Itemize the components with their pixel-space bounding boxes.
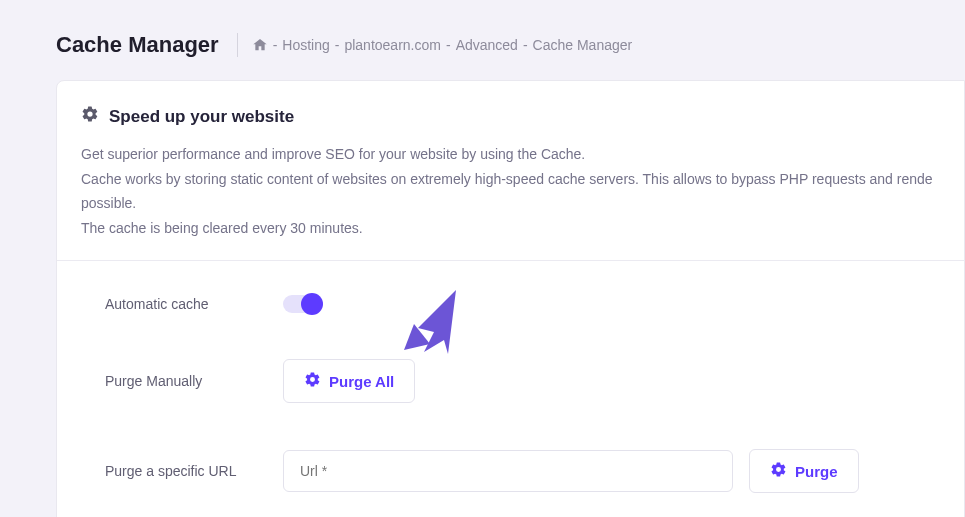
breadcrumb-sep: -: [523, 37, 528, 53]
divider-vertical: [237, 33, 238, 57]
toggle-knob: [301, 293, 323, 315]
purge-url-row: Purge a specific URL Purge: [81, 449, 940, 493]
automatic-cache-row: Automatic cache: [81, 295, 940, 313]
purge-url-label: Purge a specific URL: [105, 463, 283, 479]
automatic-cache-toggle[interactable]: [283, 295, 321, 313]
breadcrumb-sep: -: [273, 37, 278, 53]
desc-line: possible.: [81, 191, 940, 216]
home-icon[interactable]: [252, 37, 268, 53]
purge-manually-row: Purge Manually Purge All: [81, 359, 940, 403]
cache-card: Speed up your website Get superior perfo…: [56, 80, 965, 517]
automatic-cache-label: Automatic cache: [105, 296, 283, 312]
section-title: Speed up your website: [109, 107, 294, 127]
breadcrumb-item-current: Cache Manager: [533, 37, 633, 53]
page-header: Cache Manager - Hosting - plantoearn.com…: [0, 0, 965, 62]
section-title-row: Speed up your website: [81, 105, 940, 128]
breadcrumb-item-hosting[interactable]: Hosting: [282, 37, 329, 53]
purge-all-button-label: Purge All: [329, 373, 394, 390]
desc-line: Cache works by storing static content of…: [81, 167, 940, 192]
desc-line: Get superior performance and improve SEO…: [81, 142, 940, 167]
gear-icon: [304, 371, 321, 391]
purge-manually-label: Purge Manually: [105, 373, 283, 389]
breadcrumb-item-domain[interactable]: plantoearn.com: [344, 37, 441, 53]
purge-url-input[interactable]: [283, 450, 733, 492]
purge-button[interactable]: Purge: [749, 449, 859, 493]
breadcrumb-item-advanced[interactable]: Advanced: [456, 37, 518, 53]
breadcrumb-sep: -: [446, 37, 451, 53]
gear-icon: [81, 105, 99, 128]
purge-all-button[interactable]: Purge All: [283, 359, 415, 403]
page-title: Cache Manager: [56, 32, 237, 58]
breadcrumb: - Hosting - plantoearn.com - Advanced - …: [252, 37, 633, 53]
divider-horizontal: [57, 260, 964, 261]
section-description: Get superior performance and improve SEO…: [81, 142, 940, 240]
gear-icon: [770, 461, 787, 481]
desc-line: The cache is being cleared every 30 minu…: [81, 216, 940, 241]
breadcrumb-sep: -: [335, 37, 340, 53]
purge-button-label: Purge: [795, 463, 838, 480]
